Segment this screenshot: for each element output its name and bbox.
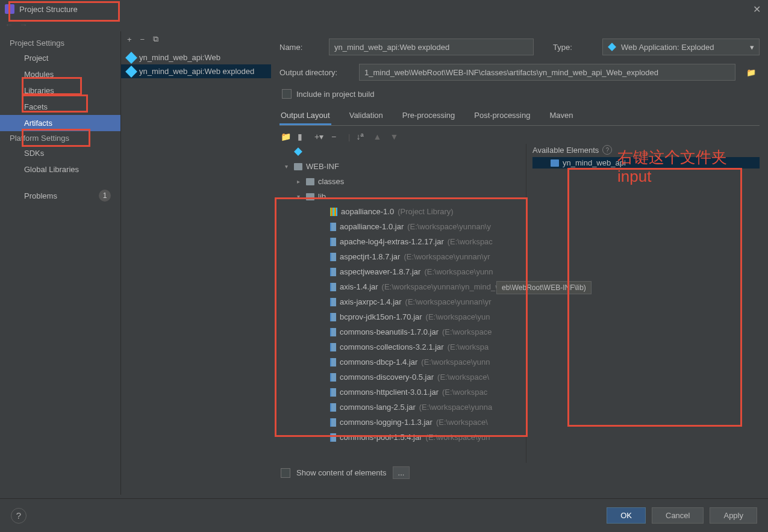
show-content-checkbox[interactable]	[281, 468, 290, 478]
output-tree: ▾WEB-INF▸classes▾libaopalliance-1.0 (Pro…	[279, 144, 526, 463]
jar-icon	[330, 328, 336, 336]
tab-validation[interactable]: Validation	[348, 107, 384, 125]
tree-row[interactable]: aopalliance-1.0.jar (E:\workspace\yunnan…	[279, 219, 526, 234]
show-content-label: Show content of elements	[296, 468, 387, 477]
tree-label: apache-log4j-extras-1.2.17.jar	[340, 237, 444, 246]
nav-bar: ← →	[0, 18, 768, 31]
apply-button[interactable]: Apply	[710, 507, 757, 524]
ellipsis-button[interactable]: ...	[393, 466, 410, 479]
tab-post-processing[interactable]: Post-processing	[473, 107, 531, 125]
tree-label: classes	[318, 177, 344, 186]
remove-icon[interactable]: −	[140, 35, 145, 44]
tree-row[interactable]: apache-log4j-extras-1.2.17.jar (E:\works…	[279, 234, 526, 249]
sidebar-heading-project: Project Settings	[0, 36, 120, 50]
tree-suffix: (E:\workspace	[442, 327, 492, 336]
tree-label: bcprov-jdk15on-1.70.jar	[340, 312, 422, 321]
root-icon	[294, 147, 302, 156]
tree-label: commons-collections-3.2.1.jar	[340, 342, 444, 351]
tree-label: aspectjrt-1.8.7.jar	[340, 252, 400, 261]
sidebar: Project Settings ProjectModulesLibraries…	[0, 31, 120, 495]
tree-label: commons-discovery-0.5.jar	[340, 373, 434, 382]
artifact-label: yn_mind_web_api:Web exploded	[139, 67, 254, 76]
add-icon[interactable]: +	[127, 35, 132, 44]
tab-maven[interactable]: Maven	[548, 107, 574, 125]
folder-icon	[306, 193, 314, 200]
tree-row[interactable]: ▸classes	[279, 174, 526, 189]
artifact-toolbar: + − ⧉	[121, 31, 271, 47]
tree-row[interactable]: commons-discovery-0.5.jar (E:\workspace\	[279, 370, 526, 385]
module-folder-icon	[551, 159, 559, 167]
tree-row[interactable]	[279, 144, 526, 159]
sidebar-item-modules[interactable]: Modules	[0, 66, 120, 82]
available-item[interactable]: yn_mind_web_api	[532, 157, 760, 169]
chevron-icon[interactable]: ▾	[282, 163, 290, 170]
sidebar-item-artifacts[interactable]: Artifacts	[0, 115, 120, 131]
artifact-item[interactable]: yn_mind_web_api:Web exploded	[121, 64, 271, 78]
tree-row[interactable]: commons-logging-1.1.3.jar (E:\workspace\	[279, 415, 526, 430]
chevron-icon[interactable]: ▸	[294, 178, 302, 185]
footer: ? OK Cancel Apply	[0, 498, 768, 532]
context-help-icon[interactable]: ?	[11, 508, 27, 524]
cancel-button[interactable]: Cancel	[652, 507, 704, 524]
tree-row[interactable]: commons-httpclient-3.0.1.jar (E:\workspa…	[279, 385, 526, 400]
sidebar-item-libraries[interactable]: Libraries	[0, 82, 120, 99]
tree-row[interactable]: commons-collections-3.2.1.jar (E:\worksp…	[279, 339, 526, 354]
remove-item-icon[interactable]: −	[331, 132, 342, 141]
tree-row[interactable]: ▾lib	[279, 189, 526, 204]
sidebar-item-facets[interactable]: Facets	[0, 99, 120, 115]
sort-icon[interactable]: ↓ª	[356, 132, 367, 141]
sidebar-item-problems[interactable]: Problems 1	[0, 186, 120, 205]
down-icon[interactable]: ▼	[390, 132, 401, 141]
name-input[interactable]	[329, 39, 534, 55]
copy-icon[interactable]: ⧉	[153, 34, 158, 44]
tree-row[interactable]: aspectjweaver-1.8.7.jar (E:\workspace\yu…	[279, 264, 526, 279]
jar-icon	[330, 223, 336, 231]
chevron-down-icon: ▾	[750, 43, 754, 52]
tab-pre-processing[interactable]: Pre-processing	[401, 107, 456, 125]
tree-row[interactable]: aspectjrt-1.8.7.jar (E:\workspace\yunnan…	[279, 249, 526, 264]
tree-row[interactable]: bcprov-jdk15on-1.70.jar (E:\workspace\yu…	[279, 309, 526, 324]
tree-suffix: (E:\workspace\	[436, 418, 488, 427]
folder-icon	[294, 163, 302, 170]
output-input[interactable]	[359, 64, 735, 81]
type-select[interactable]: Web Application: Exploded ▾	[602, 39, 760, 55]
app-icon	[5, 4, 14, 14]
tree-suffix: (E:\workspace\yunnan\yn_mind_w	[382, 282, 501, 291]
sidebar-item-project[interactable]: Project	[0, 50, 120, 66]
available-header: Available Elements	[532, 146, 599, 155]
add-copy-icon[interactable]: +▾	[314, 132, 325, 141]
jar-icon	[330, 343, 336, 351]
ok-button[interactable]: OK	[607, 507, 646, 524]
tree-row[interactable]: axis-jaxrpc-1.4.jar (E:\workspace\yunnan…	[279, 294, 526, 309]
tree-suffix: (E:\workspac	[448, 237, 493, 246]
artifact-item[interactable]: yn_mind_web_api:Web	[121, 51, 271, 64]
new-folder-icon[interactable]: 📁	[281, 132, 292, 141]
up-icon[interactable]: ▲	[373, 132, 384, 141]
tree-label: commons-logging-1.1.3.jar	[340, 418, 432, 427]
back-icon[interactable]: ←	[5, 20, 13, 29]
jar-icon	[330, 283, 336, 291]
tab-output-layout[interactable]: Output Layout	[279, 107, 331, 125]
help-icon[interactable]: ?	[602, 145, 612, 155]
tree-row[interactable]: commons-beanutils-1.7.0.jar (E:\workspac…	[279, 324, 526, 339]
sidebar-item-sdks[interactable]: SDKs	[0, 145, 120, 161]
tree-row[interactable]: axis-1.4.jar (E:\workspace\yunnan\yn_min…	[279, 279, 526, 294]
chevron-icon[interactable]: ▾	[294, 193, 302, 200]
forward-icon[interactable]: →	[19, 20, 28, 29]
tree-row[interactable]: aopalliance-1.0 (Project Library)	[279, 204, 526, 219]
tree-row[interactable]: commons-pool-1.5.4.jar (E:\workspace\yun	[279, 430, 526, 445]
jar-icon	[330, 418, 336, 427]
close-icon[interactable]: ✕	[753, 4, 761, 15]
tree-suffix: (E:\workspace\yunn	[421, 357, 490, 367]
browse-folder-icon[interactable]: 📁	[743, 64, 760, 81]
tree-row[interactable]: ▾WEB-INF	[279, 159, 526, 174]
tree-row[interactable]: commons-lang-2.5.jar (E:\workspace\yunna	[279, 400, 526, 415]
new-archive-icon[interactable]: ▮	[298, 132, 308, 141]
jar-icon	[330, 238, 336, 246]
tree-suffix: (E:\workspa	[448, 342, 489, 351]
window-title: Project Structure	[19, 5, 78, 14]
tree-row[interactable]: commons-dbcp-1.4.jar (E:\workspace\yunn	[279, 354, 526, 370]
include-build-checkbox[interactable]	[282, 89, 292, 99]
tree-label: WEB-INF	[306, 162, 339, 171]
sidebar-item-global-libraries[interactable]: Global Libraries	[0, 161, 120, 178]
